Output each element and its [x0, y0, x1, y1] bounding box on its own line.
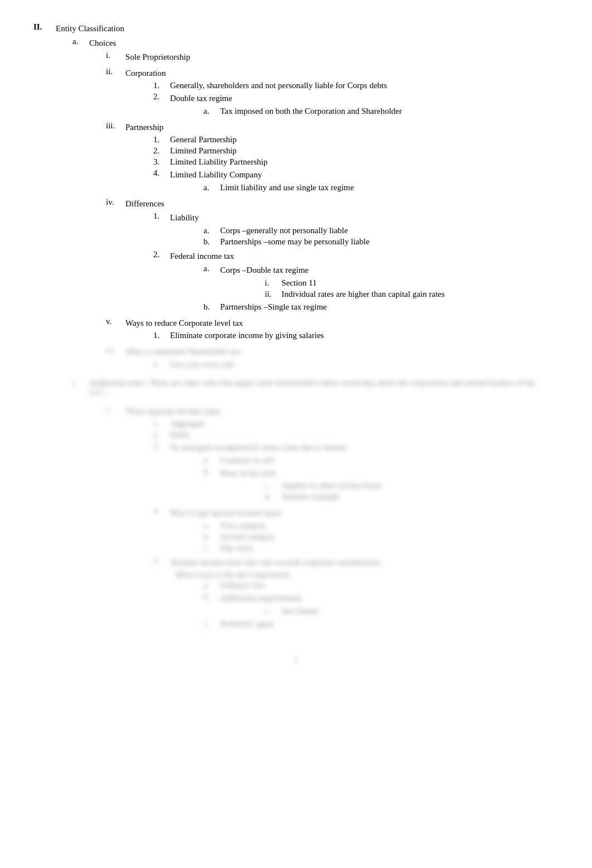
corp-item-2-content: Double tax regime a. Tax imposed on both… — [170, 92, 559, 118]
blurred-3b-ii: ii. Another example — [220, 492, 559, 501]
differences-label: Differences — [125, 197, 559, 210]
corp-item-1-text: Generally, shareholders and not personal… — [170, 81, 559, 90]
section-ii-title: Entity Classification — [56, 22, 559, 35]
diff-2b-text: Partnerships –Single tax regime — [220, 302, 559, 312]
item-i-marker: i. — [106, 51, 125, 65]
partnership-item-3: 3. Limited Liability Partnership — [125, 157, 559, 167]
subsection-a: a. Choices i. Sole Proprietorship ii. — [56, 37, 559, 373]
blurred-n3: 3. No loss/gain recognized in some cases… — [125, 441, 559, 505]
limited-partnership: Limited Partnership — [170, 146, 559, 156]
item-vi-blurred-content: Ways to eliminate Shareholder tax 1. Use… — [125, 345, 559, 371]
sole-proprietorship: Sole Proprietorship — [125, 51, 559, 64]
choices-label: Choices — [89, 37, 559, 50]
subsection-c-blurred-content: Additional notes: There are other rules … — [89, 378, 559, 397]
blurred-n4: 4. Ways to get special income types a. F… — [125, 507, 559, 554]
item-v-marker: v. — [106, 317, 125, 343]
section-11: Section 11 — [282, 278, 559, 288]
item-ii: ii. Corporation 1. Generally, shareholde… — [89, 67, 559, 119]
diff-1b-text: Partnerships –some may be personally lia… — [220, 237, 559, 247]
section-ii-marker: II. — [33, 22, 56, 634]
double-tax-label: Double tax regime — [170, 92, 559, 105]
eliminate-income: Eliminate corporate income by giving sal… — [170, 331, 559, 340]
llc-4a-text: Limit liability and use single tax regim… — [220, 183, 559, 192]
llp: Limited Liability Partnership — [170, 157, 559, 167]
blurred-n2: 2. Entity — [125, 430, 559, 440]
partnership-item-4: 4. Limited Liability Company a. Limit li… — [125, 168, 559, 194]
blurred-n5: 2. Another income item: this rate exceed… — [125, 556, 559, 630]
item-iii-content: Partnership 1. General Partnership 2. Li… — [125, 121, 559, 196]
blurred-i-content: Three separate income types 1. Aggregate… — [125, 405, 559, 632]
section-ii: II. Entity Classification a. Choices i. … — [33, 22, 559, 634]
item-vi-blurred: vi. Ways to eliminate Shareholder tax 1.… — [89, 345, 559, 371]
item-ii-content: Corporation 1. Generally, shareholders a… — [125, 67, 559, 119]
corp-2a: a. Tax imposed on both the Corporation a… — [170, 107, 559, 116]
diff-1a-text: Corps –generally not personally liable — [220, 226, 559, 235]
liability-label: Liability — [170, 211, 559, 224]
item-i-content: Sole Proprietorship — [125, 51, 559, 65]
corp-item-1: 1. Generally, shareholders and not perso… — [125, 81, 559, 90]
blurred-5b: b. Additional requirements i. See Statut… — [170, 592, 559, 618]
item-v-content: Ways to reduce Corporate level tax 1. El… — [125, 317, 559, 343]
blurred-5a: a. Ordinary Tax — [170, 581, 559, 590]
federal-income-tax-label: Federal income tax — [170, 250, 559, 263]
partnership-label: Partnership — [125, 121, 559, 134]
blurred-i: i. Three separate income types 1. Aggreg… — [89, 405, 559, 632]
item-iii: iii. Partnership 1. General Partnership … — [89, 121, 559, 196]
blurred-4c: c. One more — [170, 543, 559, 553]
blurred-5b-i: i. See Statute — [220, 606, 559, 616]
diff-1a: a. Corps –generally not personally liabl… — [170, 226, 559, 235]
subsection-a-content: Choices i. Sole Proprietorship ii. Corpo… — [89, 37, 559, 373]
llc-label: Limited Liability Company — [170, 168, 559, 181]
partnership-item-2: 2. Limited Partnership — [125, 146, 559, 156]
llc-4a: a. Limit liability and use single tax re… — [170, 183, 559, 192]
item-iii-marker: iii. — [106, 121, 125, 196]
blurred-sub-1: 1. Use your own cash — [125, 360, 559, 369]
item-ii-marker: ii. — [106, 67, 125, 119]
partnership-item-1: 1. General Partnership — [125, 135, 559, 144]
diff-2b: b. Partnerships –Single tax regime — [170, 302, 559, 312]
blurred-n1: 1. Aggregate — [125, 419, 559, 428]
document-content: II. Entity Classification a. Choices i. … — [33, 22, 559, 666]
diff-2-content: Federal income tax a. Corps –Double tax … — [170, 250, 559, 314]
item-iv: iv. Differences 1. Liability a. — [89, 197, 559, 315]
individual-rates: Individual rates are higher than capital… — [282, 290, 559, 299]
diff-item-1: 1. Liability a. Corps –generally not per… — [125, 211, 559, 248]
corp-item-2: 2. Double tax regime a. Tax imposed on b… — [125, 92, 559, 118]
blurred-4a: a. First category — [170, 521, 559, 531]
blurred-5c: c. Preferred: again — [170, 619, 559, 629]
diff-2a-content: Corps –Double tax regime i. Section 11 i… — [220, 264, 559, 301]
item-iv-content: Differences 1. Liability a. Corps –gener… — [125, 197, 559, 315]
ways-item-1: 1. Eliminate corporate income by giving … — [125, 331, 559, 340]
item-v: v. Ways to reduce Corporate level tax 1.… — [89, 317, 559, 343]
blurred-detail-block: i. Three separate income types 1. Aggreg… — [56, 405, 559, 632]
blurred-3b: b. Most of the time i. Applies in other … — [170, 467, 559, 504]
blurred-3b-i: i. Applies in other certain forms — [220, 481, 559, 490]
blurred-sub-note: More ways to file the Corporation — [170, 570, 559, 580]
blurred-4b: b. Second category — [170, 532, 559, 542]
diff-2a-i: i. Section 11 — [220, 278, 559, 288]
item-i: i. Sole Proprietorship — [89, 51, 559, 65]
diff-1b: b. Partnerships –some may be personally … — [170, 237, 559, 247]
diff-2a-ii: ii. Individual rates are higher than cap… — [220, 290, 559, 299]
general-partnership: General Partnership — [170, 135, 559, 144]
item-iv-marker: iv. — [106, 197, 125, 315]
page-number: 7 — [33, 656, 559, 666]
corps-double-tax: Corps –Double tax regime — [220, 264, 559, 277]
subsection-c-blurred: c. Additional notes: There are other rul… — [56, 378, 559, 397]
subsection-a-marker: a. — [72, 37, 89, 373]
diff-item-2: 2. Federal income tax a. Corps –Double t… — [125, 250, 559, 314]
llc-content: Limited Liability Company a. Limit liabi… — [170, 168, 559, 194]
corp-2a-text: Tax imposed on both the Corporation and … — [220, 107, 559, 116]
corporation-label: Corporation — [125, 67, 559, 80]
blurred-3a: a. Common in self — [170, 456, 559, 465]
ways-reduce-tax: Ways to reduce Corporate level tax — [125, 317, 559, 330]
diff-1-content: Liability a. Corps –generally not person… — [170, 211, 559, 248]
diff-2a: a. Corps –Double tax regime i. Section 1… — [170, 264, 559, 301]
section-ii-content: Entity Classification a. Choices i. Sole… — [56, 22, 559, 634]
